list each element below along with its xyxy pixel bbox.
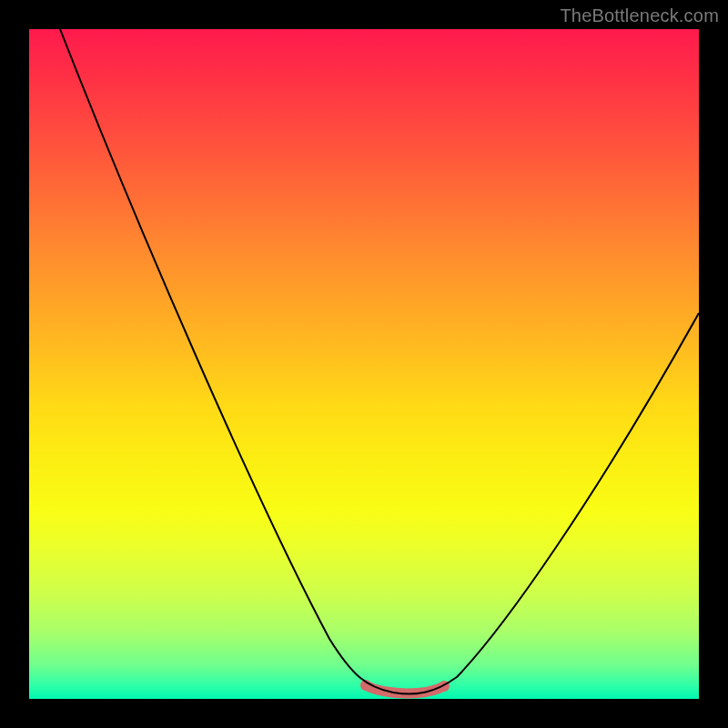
gradient-plot-area [29, 29, 699, 699]
chart-frame: TheBottleneck.com [0, 0, 728, 728]
bottleneck-mismatch-line [60, 29, 699, 694]
bottleneck-curve-svg [29, 29, 699, 699]
credit-watermark: TheBottleneck.com [560, 5, 719, 26]
